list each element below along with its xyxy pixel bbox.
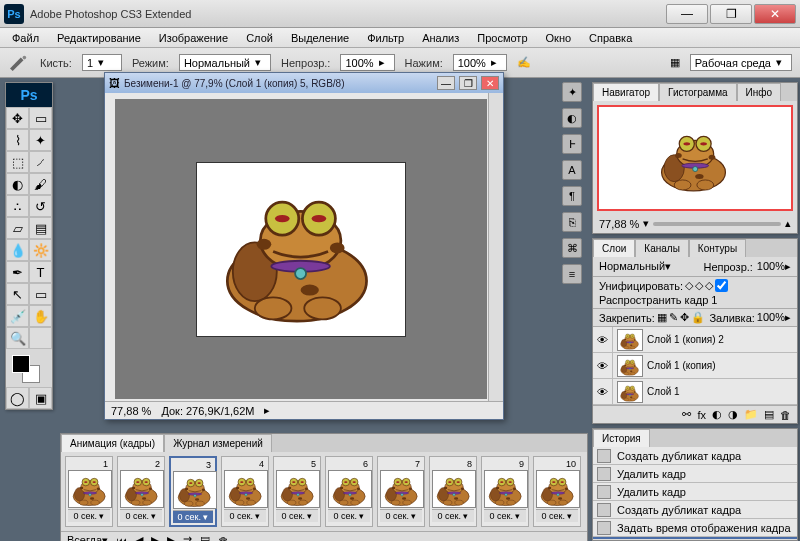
next-frame-icon[interactable]: ▶ [167, 534, 175, 541]
lock-all-icon[interactable]: 🔒 [691, 311, 705, 324]
unify-icon-1[interactable]: ◇ [685, 279, 693, 292]
move-tool[interactable]: ✥ [6, 107, 29, 129]
menu-select[interactable]: Выделение [283, 30, 357, 46]
airbrush-icon[interactable]: ✍ [517, 56, 531, 69]
history-item[interactable]: Удалить кадр [593, 483, 797, 501]
animation-frame[interactable]: 60 сек. ▾ [325, 456, 373, 527]
status-menu-icon[interactable]: ▸ [264, 404, 270, 417]
visibility-icon[interactable]: 👁 [593, 327, 613, 352]
menu-image[interactable]: Изображение [151, 30, 236, 46]
layer-name[interactable]: Слой 1 (копия) [647, 360, 797, 371]
menu-file[interactable]: Файл [4, 30, 47, 46]
heal-tool[interactable]: ◐ [6, 173, 29, 195]
workspace-select[interactable]: Рабочая среда▾ [690, 54, 792, 71]
zoom-in-icon[interactable]: ▴ [785, 217, 791, 230]
tab-layers[interactable]: Слои [593, 239, 635, 257]
crop-tool[interactable]: ⬚ [6, 151, 29, 173]
layer-row[interactable]: 👁 Слой 1 [593, 379, 797, 405]
layer-name[interactable]: Слой 1 [647, 386, 797, 397]
play-icon[interactable]: ▶ [151, 534, 159, 541]
visibility-icon[interactable]: 👁 [593, 353, 613, 378]
zoom-readout[interactable]: 77,88 % [111, 405, 151, 417]
unify-icon-3[interactable]: ◇ [705, 279, 713, 292]
fill-field[interactable]: 100%▸ [757, 311, 791, 324]
tab-channels[interactable]: Каналы [635, 239, 689, 257]
lock-move-icon[interactable]: ✥ [680, 311, 689, 324]
blur-tool[interactable]: 💧 [6, 239, 29, 261]
document-canvas[interactable] [115, 99, 487, 399]
dock-icon-3[interactable]: Ͱ [562, 134, 582, 154]
navigator-thumbnail[interactable] [597, 105, 793, 211]
menu-help[interactable]: Справка [581, 30, 640, 46]
stamp-tool[interactable]: ⛬ [6, 195, 29, 217]
layer-blend-select[interactable]: Нормальный▾ [599, 260, 679, 273]
frame-delay[interactable]: 0 сек. ▾ [276, 509, 318, 522]
doc-minimize-button[interactable]: — [437, 76, 455, 90]
shape-tool[interactable]: ▭ [29, 283, 52, 305]
menu-analysis[interactable]: Анализ [414, 30, 467, 46]
first-frame-icon[interactable]: ⏮ [116, 535, 127, 542]
wand-tool[interactable]: ✦ [29, 129, 52, 151]
zoom-out-icon[interactable]: ▾ [643, 217, 649, 230]
layer-opacity-field[interactable]: 100%▸ [757, 260, 791, 273]
slice-tool[interactable]: ⟋ [29, 151, 52, 173]
animation-frame[interactable]: 50 сек. ▾ [273, 456, 321, 527]
menu-layer[interactable]: Слой [238, 30, 281, 46]
frame-delay[interactable]: 0 сек. ▾ [380, 509, 422, 522]
eraser-tool[interactable]: ▱ [6, 217, 29, 239]
doc-maximize-button[interactable]: ❐ [459, 76, 477, 90]
dock-icon-6[interactable]: ⎘ [562, 212, 582, 232]
marquee-tool[interactable]: ▭ [29, 107, 52, 129]
tab-info[interactable]: Инфо [737, 83, 782, 101]
opacity-field[interactable]: 100%▸ [340, 54, 394, 71]
link-icon[interactable]: ⚯ [682, 408, 691, 421]
layer-row[interactable]: 👁 Слой 1 (копия) [593, 353, 797, 379]
animation-frame[interactable]: 70 сек. ▾ [377, 456, 425, 527]
animation-frame[interactable]: 90 сек. ▾ [481, 456, 529, 527]
eyedropper-tool[interactable]: 💉 [6, 305, 29, 327]
animation-frame[interactable]: 80 сек. ▾ [429, 456, 477, 527]
new-frame-icon[interactable]: ▤ [200, 534, 210, 541]
layer-row[interactable]: 👁 Слой 1 (копия) 2 [593, 327, 797, 353]
animation-frame[interactable]: 100 сек. ▾ [533, 456, 581, 527]
dock-icon-1[interactable]: ✦ [562, 82, 582, 102]
pen-tool[interactable]: ✒ [6, 261, 29, 283]
frame-delay[interactable]: 0 сек. ▾ [173, 510, 213, 523]
blend-mode-select[interactable]: Нормальный▾ [179, 54, 271, 71]
maximize-button[interactable]: ❐ [710, 4, 752, 24]
propagate-checkbox[interactable] [715, 279, 728, 292]
lasso-tool[interactable]: ⌇ [6, 129, 29, 151]
menu-filter[interactable]: Фильтр [359, 30, 412, 46]
gradient-tool[interactable]: ▤ [29, 217, 52, 239]
brush-tool[interactable]: 🖌 [29, 173, 52, 195]
history-item[interactable]: Задать время отображения кадра [593, 537, 797, 539]
close-button[interactable]: ✕ [754, 4, 796, 24]
frame-delay[interactable]: 0 сек. ▾ [432, 509, 474, 522]
lock-pixels-icon[interactable]: ▦ [657, 311, 667, 324]
dock-icon-7[interactable]: ⌘ [562, 238, 582, 258]
path-tool[interactable]: ↖ [6, 283, 29, 305]
animation-frame[interactable]: 10 сек. ▾ [65, 456, 113, 527]
zoom-tool[interactable]: 🔍 [6, 327, 29, 349]
dock-icon-2[interactable]: ◐ [562, 108, 582, 128]
history-item[interactable]: Удалить кадр [593, 465, 797, 483]
tab-paths[interactable]: Контуры [689, 239, 746, 257]
doc-close-button[interactable]: ✕ [481, 76, 499, 90]
color-swatches[interactable] [10, 353, 48, 383]
frame-delay[interactable]: 0 сек. ▾ [328, 509, 370, 522]
delete-frame-icon[interactable]: 🗑 [218, 535, 229, 542]
frame-delay[interactable]: 0 сек. ▾ [120, 509, 162, 522]
tab-navigator[interactable]: Навигатор [593, 83, 659, 101]
minimize-button[interactable]: — [666, 4, 708, 24]
dock-icon-5[interactable]: ¶ [562, 186, 582, 206]
fx-icon[interactable]: fx [697, 409, 706, 421]
hand-tool[interactable]: ✋ [29, 305, 52, 327]
workspace-icon[interactable]: ▦ [670, 56, 680, 69]
quickmask-icon[interactable]: ◯ [6, 387, 29, 409]
mask-icon[interactable]: ◐ [712, 408, 722, 421]
prev-frame-icon[interactable]: ◀ [135, 534, 143, 541]
dock-icon-8[interactable]: ≡ [562, 264, 582, 284]
loop-select[interactable]: Всегда▾ [67, 534, 108, 541]
frame-delay[interactable]: 0 сек. ▾ [68, 509, 110, 522]
zoom-slider[interactable] [653, 222, 781, 226]
